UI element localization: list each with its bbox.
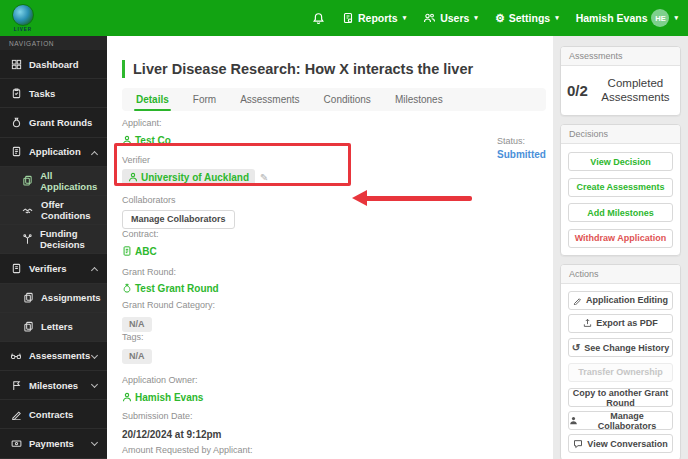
banknote-icon: [10, 438, 22, 449]
field-label: Contract:: [122, 229, 159, 239]
grant-round-value: Test Grant Round: [135, 283, 219, 294]
users-label: Users: [440, 12, 469, 24]
field-status: Status: Submitted: [497, 136, 546, 160]
assessments-caption: Completed Assessments: [597, 76, 674, 105]
settings-menu[interactable]: ⚙ Settings ▾: [495, 12, 559, 25]
user-menu[interactable]: Hamish Evans HE ▾: [576, 9, 678, 27]
field-grant-round: Grant Round: Test Grant Round: [122, 267, 219, 298]
field-label: Amount Requested by Applicant:: [122, 445, 253, 455]
sidebar-item-label: Letters: [41, 321, 73, 332]
glasses-icon: [10, 350, 22, 361]
sidebar-item-verifiers[interactable]: Verifiers: [0, 254, 107, 283]
nav-header: NAVIGATION: [0, 36, 107, 50]
chevron-down-icon: ▾: [555, 14, 559, 22]
sidebar-item-tasks[interactable]: Tasks: [0, 79, 107, 108]
view-decision-button[interactable]: View Decision: [568, 152, 673, 171]
arrow-head: [352, 190, 367, 206]
person-icon: [128, 172, 138, 182]
copy-icon: [22, 175, 33, 186]
users-menu[interactable]: Users ▾: [423, 12, 478, 24]
users-icon: [423, 12, 436, 24]
chevron-up-icon: [91, 151, 98, 158]
field-applicant: Applicant: Test Co: [122, 118, 171, 149]
withdraw-application-button[interactable]: Withdraw Application: [568, 229, 673, 248]
sidebar-item-assessments[interactable]: Assessments: [0, 342, 107, 371]
verifier-link[interactable]: University of Auckland: [122, 169, 255, 186]
button-label: Export as PDF: [596, 318, 658, 328]
tab-conditions[interactable]: Conditions: [322, 88, 373, 111]
sidebar-item-label: Payments: [29, 438, 74, 449]
field-label: Applicant:: [122, 118, 171, 128]
field-amount-requested: Amount Requested by Applicant: $5,000.00: [122, 445, 253, 459]
moneybag-icon: [122, 283, 132, 294]
app-logo[interactable]: LIVER: [12, 4, 34, 32]
tab-milestones[interactable]: Milestones: [393, 88, 445, 111]
main-content: Liver Disease Research: How X interacts …: [107, 36, 553, 459]
field-contract: Contract: ABC: [122, 229, 159, 260]
field-grant-round-category: Grant Round Category: N/A: [122, 300, 215, 332]
sidebar-item-label: Assessments: [29, 350, 90, 361]
reports-menu[interactable]: Reports ▾: [342, 12, 406, 24]
export-pdf-button[interactable]: Export as PDF: [568, 314, 673, 333]
field-label: Submission Date:: [122, 411, 222, 421]
chat-icon: [573, 439, 583, 449]
sidebar-item-payments[interactable]: Payments: [0, 429, 107, 458]
chevron-down-icon: [91, 439, 98, 446]
file-icon: [10, 263, 22, 274]
field-label: Collaborators: [122, 195, 235, 205]
sidebar-item-milestones[interactable]: Milestones: [0, 371, 107, 400]
sidebar-item-label: Dashboard: [29, 59, 79, 70]
applicant-link[interactable]: Test Co: [122, 135, 171, 146]
sidebar-item-label: Application: [29, 146, 81, 157]
field-label: Application Owner:: [122, 375, 203, 385]
decisions-card-header: Decisions: [561, 125, 680, 144]
sidebar-item-label: Funding Decisions: [40, 228, 107, 250]
view-conversation-button[interactable]: View Conversation: [568, 434, 673, 453]
change-history-button[interactable]: ↺ See Change History: [568, 338, 673, 357]
application-editing-button[interactable]: Application Editing: [568, 291, 673, 310]
tab-form[interactable]: Form: [191, 88, 218, 111]
button-label: View Conversation: [587, 439, 667, 449]
tab-bar: Details Form Assessments Conditions Mile…: [122, 88, 546, 111]
decision-branch-icon: [22, 234, 33, 245]
person-icon: [122, 392, 132, 402]
person-icon: [122, 135, 132, 145]
left-sidebar: NAVIGATION Dashboard Tasks: [0, 36, 107, 459]
chevron-down-icon: ▾: [403, 14, 407, 22]
contract-value: ABC: [135, 246, 157, 257]
sidebar-item-all-applications[interactable]: All Applications: [0, 167, 107, 196]
button-label: Manage Collaborators: [582, 411, 672, 431]
manage-collaborators-button[interactable]: Manage Collaborators: [122, 210, 235, 229]
add-milestones-button[interactable]: Add Milestones: [568, 203, 673, 222]
sidebar-item-label: Tasks: [29, 88, 55, 99]
field-label: Grant Round:: [122, 267, 219, 277]
sidebar-item-application[interactable]: Application: [0, 138, 107, 167]
tab-details[interactable]: Details: [134, 88, 171, 111]
actions-card-body: Application Editing Export as PDF ↺ See …: [561, 284, 680, 459]
sidebar-item-offer-conditions[interactable]: Offer Conditions: [0, 196, 107, 225]
field-label: Grant Round Category:: [122, 300, 215, 310]
create-assessments-button[interactable]: Create Assessments: [568, 178, 673, 197]
copy-grant-round-button[interactable]: Copy to another Grant Round: [568, 388, 673, 407]
sidebar-item-dashboard[interactable]: Dashboard: [0, 50, 107, 79]
tab-assessments[interactable]: Assessments: [238, 88, 301, 111]
grant-round-link[interactable]: Test Grant Round: [122, 283, 219, 294]
assessments-card-header: Assessments: [561, 47, 680, 66]
pencil-icon: [573, 296, 582, 305]
sidebar-item-assignments[interactable]: Assignments: [0, 284, 107, 313]
bell-icon[interactable]: [312, 12, 325, 25]
edit-verifier-icon[interactable]: ✎: [260, 172, 268, 183]
sidebar-item-funding-decisions[interactable]: Funding Decisions: [0, 225, 107, 254]
sidebar-item-grant-rounds[interactable]: Grant Rounds: [0, 108, 107, 137]
button-label: Copy to another Grant Round: [569, 388, 672, 408]
decisions-card-body: View Decision Create Assessments Add Mil…: [561, 144, 680, 255]
sidebar-item-letters[interactable]: Letters: [0, 313, 107, 342]
contract-link[interactable]: ABC: [122, 246, 157, 257]
sidebar-item-contracts[interactable]: Contracts: [0, 400, 107, 429]
application-owner-link[interactable]: Hamish Evans: [122, 392, 203, 403]
transfer-ownership-button[interactable]: Transfer Ownership: [568, 363, 673, 382]
manage-collaborators-action-button[interactable]: Manage Collaborators: [568, 411, 673, 430]
gear-icon: ⚙: [495, 12, 505, 25]
chevron-down-icon: [91, 381, 98, 388]
submission-date-value: 20/12/2024 at 9:12pm: [122, 429, 222, 440]
